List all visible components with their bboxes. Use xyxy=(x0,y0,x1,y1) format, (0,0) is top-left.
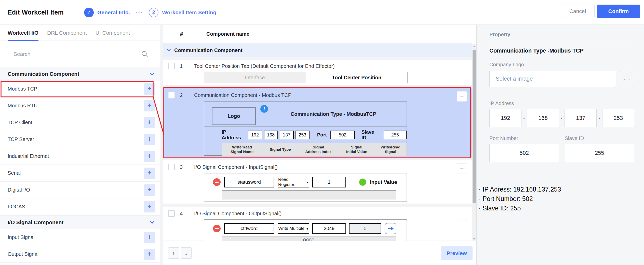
add-tcp-server-button[interactable]: + xyxy=(144,134,155,145)
add-focas-button[interactable]: + xyxy=(144,201,155,212)
tab-tool-center-position[interactable]: Tool Center Position xyxy=(306,72,407,83)
port-number-input[interactable] xyxy=(489,144,559,162)
divider xyxy=(489,41,634,41)
company-logo-input[interactable] xyxy=(489,71,616,87)
step-done-icon: ✓ xyxy=(84,8,94,17)
tab-ui-component[interactable]: UI Component xyxy=(96,25,130,41)
move-down-button[interactable]: ↓ xyxy=(181,247,192,259)
output-signal-preview: ctrlword Write Multiple▼ 2049 0 xyxy=(204,219,407,241)
signal-address-field[interactable]: 2049 xyxy=(312,223,346,234)
sidebar-item-modbus-rtu[interactable]: Modbus RTU + xyxy=(0,97,160,114)
section-io-signal-component[interactable]: I/O Signal Component xyxy=(0,215,160,229)
section-communication-component[interactable]: Communication Component xyxy=(0,67,160,81)
remove-signal-icon[interactable] xyxy=(213,178,221,186)
dialog-actions: Cancel Confirm xyxy=(561,5,640,18)
ip-octet-2[interactable]: 168 xyxy=(264,131,278,139)
ip-octet-1-input[interactable] xyxy=(489,109,521,127)
info-icon[interactable]: i xyxy=(260,105,268,113)
row-2-checkbox[interactable] xyxy=(168,92,175,98)
sidebar-item-tcp-client[interactable]: TCP Client + xyxy=(0,114,160,131)
search-input[interactable] xyxy=(7,46,153,62)
component-row-1[interactable]: 1 Tool Center Position Tab (Default Comp… xyxy=(163,60,472,85)
tab-drl-component[interactable]: DRL Component xyxy=(47,25,87,41)
add-industrial-ethernet-button[interactable]: + xyxy=(144,151,155,162)
ip-octet-1[interactable]: 192 xyxy=(248,131,262,139)
signal-name-field[interactable]: ctrlword xyxy=(224,223,274,234)
port-slave-row: Port Number Slave ID xyxy=(489,135,634,162)
collapse-row-3-button[interactable]: – xyxy=(457,163,467,173)
signal-address-field[interactable]: 1 xyxy=(312,177,346,187)
signal-type-select[interactable]: Read Register▼ xyxy=(278,177,309,187)
sidebar-item-focas[interactable]: FOCAS + xyxy=(0,198,160,215)
add-modbus-tcp-button[interactable]: + xyxy=(144,83,155,95)
browse-image-button[interactable]: ··· xyxy=(620,71,634,87)
sidebar-item-input-signal[interactable]: Input Signal + xyxy=(0,229,160,246)
scrollbar-thumb[interactable] xyxy=(473,50,476,203)
component-row-2-selected[interactable]: 2 Communication Component - Modbus TCP –… xyxy=(163,88,472,157)
column-header-num: # xyxy=(180,31,183,37)
sidebar-item-serial[interactable]: Serial + xyxy=(0,165,160,182)
cancel-button[interactable]: Cancel xyxy=(561,5,595,18)
sidebar-item-modbus-tcp[interactable]: Modbus TCP + xyxy=(0,81,160,97)
slave-id-field: Slave ID xyxy=(565,135,635,162)
chevron-down-icon: ▼ xyxy=(306,227,309,230)
move-up-button[interactable]: ↑ xyxy=(168,247,179,259)
row-1-checkbox[interactable] xyxy=(168,63,175,69)
list-header: # Component name xyxy=(163,25,476,43)
sidebar-item-tcp-server[interactable]: TCP Server + xyxy=(0,131,160,148)
ip-address-label: IP Address xyxy=(489,100,634,106)
ip-octet-4-input[interactable] xyxy=(602,109,634,127)
preview-button[interactable]: Preview xyxy=(441,246,473,260)
sidebar-item-output-signal[interactable]: Output Signal + xyxy=(0,246,160,263)
row-4-checkbox[interactable] xyxy=(168,210,175,217)
remove-signal-icon[interactable] xyxy=(213,225,221,232)
input-signal-config-line: statusword Read Register▼ 1 Input Value xyxy=(213,176,407,188)
sidebar-item-digital-io[interactable]: Digital I/O + xyxy=(0,182,160,198)
group-row-communication-component[interactable]: Communication Component xyxy=(163,43,472,57)
ip-octet-3[interactable]: 137 xyxy=(280,131,294,139)
scroll-down-icon[interactable]: ▼ xyxy=(472,238,476,241)
modbus-tcp-preview-header: Logo i Communication Type - ModbusTCP xyxy=(204,102,407,127)
col-signal-initial-value: SignalInitial Value xyxy=(339,145,374,154)
add-output-signal-button[interactable]: + xyxy=(144,249,155,260)
column-header-component-name: Component name xyxy=(206,31,249,37)
signal-initial-value-field[interactable]: 0 xyxy=(349,223,381,234)
add-digital-io-button[interactable]: + xyxy=(144,184,155,196)
slave-id-input[interactable] xyxy=(565,144,635,162)
row-3-checkbox[interactable] xyxy=(168,164,175,170)
tab-interface[interactable]: Interface xyxy=(204,72,306,83)
component-row-3[interactable]: 3 I/O Signal Component - InputSignal() –… xyxy=(163,160,472,204)
input-status-dot xyxy=(359,179,366,186)
ip-octet-3-input[interactable] xyxy=(565,109,597,127)
step-general-info[interactable]: General Info. xyxy=(97,9,130,16)
list-footer-bar: ↑ ↓ Preview xyxy=(163,241,476,265)
confirm-button[interactable]: Confirm xyxy=(597,5,640,18)
arrow-right-icon xyxy=(387,226,394,231)
ip-octet-2-input[interactable] xyxy=(527,109,559,127)
tab-workcell-io[interactable]: Workcell I/O xyxy=(8,25,38,41)
signal-table-header: Write/ReadSignal Name Signal Type Signal… xyxy=(222,143,407,156)
add-input-signal-button[interactable]: + xyxy=(144,232,155,243)
ip-octet-4[interactable]: 253 xyxy=(296,131,310,139)
property-panel: Property Communication Type -Modbus TCP … xyxy=(476,25,644,265)
collapse-row-4-button[interactable]: – xyxy=(457,210,467,220)
scroll-up-icon[interactable]: ▲ xyxy=(472,45,476,48)
list-scrollbar[interactable]: ▲ ▼ xyxy=(472,44,476,241)
signal-type-select[interactable]: Write Multiple▼ xyxy=(278,223,309,234)
tcp-tab-control: Interface Tool Center Position xyxy=(204,72,408,83)
add-modbus-rtu-button[interactable]: + xyxy=(144,100,155,111)
sidebar-item-industrial-ethernet[interactable]: Industrial Ethernet + xyxy=(0,148,160,165)
signal-name-field[interactable]: statusword xyxy=(224,177,274,187)
list-scroll-area: Communication Component 1 Tool Center Po… xyxy=(163,43,472,241)
collapse-row-2-button[interactable]: – xyxy=(457,91,467,102)
chevron-down-icon xyxy=(167,48,171,51)
send-signal-button[interactable] xyxy=(385,223,396,234)
add-serial-button[interactable]: + xyxy=(144,168,155,179)
ip-address-inputs: · · · xyxy=(489,109,634,127)
slave-id-value[interactable]: 255 xyxy=(384,131,407,139)
component-row-4[interactable]: 4 I/O Signal Component - OutputSignal() … xyxy=(163,207,472,241)
company-logo-label: Company Logo xyxy=(489,62,634,68)
step-workcell-item-setting[interactable]: Workcell Item Setting xyxy=(162,9,216,16)
add-tcp-client-button[interactable]: + xyxy=(144,117,155,128)
port-value[interactable]: 502 xyxy=(330,131,355,139)
